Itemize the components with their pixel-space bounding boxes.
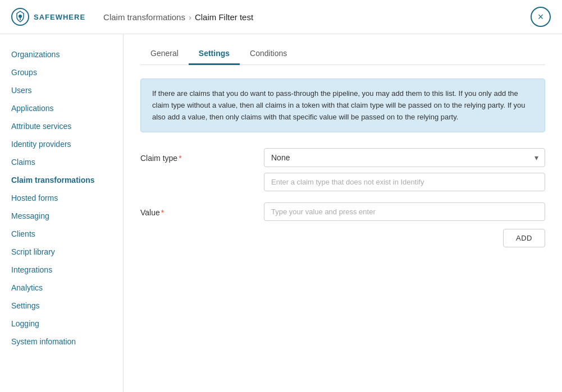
sidebar-item-script-library[interactable]: Script library xyxy=(0,243,123,261)
header-left: SAFEWHERE Claim transformations › Claim … xyxy=(11,8,253,26)
value-input[interactable] xyxy=(264,202,545,221)
claim-type-controls: None xyxy=(264,148,545,191)
claim-type-required: * xyxy=(179,154,181,163)
value-label: Value* xyxy=(140,202,264,217)
sidebar-item-claims[interactable]: Claims xyxy=(0,153,123,171)
safewhere-logo-icon xyxy=(11,8,29,26)
info-box-text: If there are claims that you do want to … xyxy=(152,89,526,121)
sidebar-item-attribute-services[interactable]: Attribute services xyxy=(0,117,123,135)
svg-point-1 xyxy=(19,15,22,18)
breadcrumb-link[interactable]: Claim transformations xyxy=(103,12,185,22)
sidebar-item-settings[interactable]: Settings xyxy=(0,297,123,315)
sidebar-item-analytics[interactable]: Analytics xyxy=(0,279,123,297)
info-box: If there are claims that you do want to … xyxy=(140,79,545,132)
breadcrumb: Claim transformations › Claim Filter tes… xyxy=(103,12,253,22)
add-button[interactable]: ADD xyxy=(503,229,545,247)
layout: Organizations Groups Users Applications … xyxy=(0,34,562,392)
sidebar-item-users[interactable]: Users xyxy=(0,81,123,99)
sidebar-item-system-information[interactable]: System infomation xyxy=(0,333,123,351)
breadcrumb-separator: › xyxy=(189,12,191,22)
tab-general[interactable]: General xyxy=(140,43,189,65)
tab-settings[interactable]: Settings xyxy=(189,43,240,65)
close-button[interactable]: × xyxy=(531,7,551,27)
value-row: Value* ADD xyxy=(140,202,545,247)
sidebar-item-logging[interactable]: Logging xyxy=(0,315,123,333)
tab-conditions[interactable]: Conditions xyxy=(240,43,297,65)
header: SAFEWHERE Claim transformations › Claim … xyxy=(0,0,562,34)
sidebar-item-claim-transformations[interactable]: Claim transformations xyxy=(0,171,123,189)
claim-type-select-wrapper: None xyxy=(264,148,545,167)
main-content: General Settings Conditions If there are… xyxy=(124,34,562,392)
sidebar-item-integrations[interactable]: Integrations xyxy=(0,261,123,279)
add-btn-row: ADD xyxy=(264,229,545,247)
sidebar-item-groups[interactable]: Groups xyxy=(0,63,123,81)
claim-type-row: Claim type* None xyxy=(140,148,545,191)
sidebar: Organizations Groups Users Applications … xyxy=(0,34,124,392)
sidebar-item-organizations[interactable]: Organizations xyxy=(0,45,123,63)
logo-text: SAFEWHERE xyxy=(34,13,85,21)
value-required: * xyxy=(161,208,164,217)
sidebar-item-hosted-forms[interactable]: Hosted forms xyxy=(0,189,123,207)
breadcrumb-current: Claim Filter test xyxy=(195,12,253,22)
tabs: General Settings Conditions xyxy=(140,34,545,65)
sidebar-item-applications[interactable]: Applications xyxy=(0,99,123,117)
logo-area: SAFEWHERE xyxy=(11,8,85,26)
value-controls: ADD xyxy=(264,202,545,247)
claim-type-select[interactable]: None xyxy=(264,148,545,167)
sidebar-item-clients[interactable]: Clients xyxy=(0,225,123,243)
sidebar-item-messaging[interactable]: Messaging xyxy=(0,207,123,225)
claim-type-label: Claim type* xyxy=(140,148,264,163)
claim-type-text-input[interactable] xyxy=(264,173,545,191)
sidebar-item-identity-providers[interactable]: Identity providers xyxy=(0,135,123,153)
